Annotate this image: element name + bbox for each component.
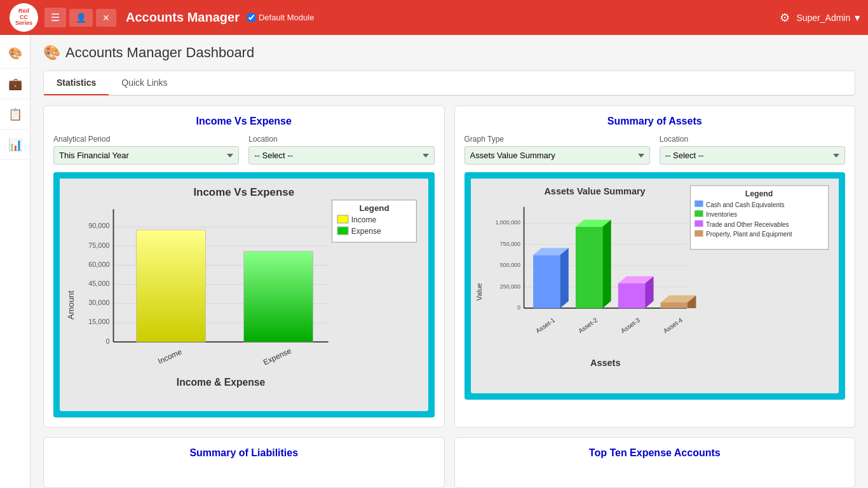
sidebar-item-forms[interactable]: 📋: [0, 99, 31, 130]
sidebar: 🎨 💼 📋 📊: [0, 35, 31, 488]
svg-text:0: 0: [105, 337, 109, 345]
sidebar-item-theme[interactable]: 🎨: [0, 38, 31, 69]
svg-text:30,000: 30,000: [88, 299, 109, 306]
sidebar-item-reports[interactable]: 📊: [0, 130, 31, 160]
svg-marker-57: [560, 248, 568, 308]
graph-type-control: Graph Type Assets Value Summary: [465, 135, 650, 165]
svg-text:Income & Expense: Income & Expense: [177, 377, 266, 388]
income-expense-svg: Income Vs Expense Legend Income Expense …: [60, 179, 428, 409]
svg-rect-61: [618, 283, 644, 308]
page-title-text: Accounts Manager Dashboard: [65, 44, 254, 61]
tab-statistics[interactable]: Statistics: [44, 71, 109, 95]
tabs-container: Statistics Quick Links: [43, 71, 855, 96]
default-module-checkbox[interactable]: [247, 13, 255, 22]
svg-text:Legend: Legend: [359, 203, 389, 213]
location-control-income: Location -- Select --: [248, 135, 434, 165]
svg-marker-60: [602, 220, 611, 308]
location-control-assets: Location -- Select --: [660, 135, 845, 165]
liabilities-title: Summary of Liabilities: [53, 447, 435, 459]
navbar-title: Accounts Manager: [126, 10, 240, 25]
hamburger-button[interactable]: ☰: [44, 8, 66, 27]
location-select-income[interactable]: -- Select --: [248, 146, 434, 165]
svg-text:Legend: Legend: [745, 189, 773, 198]
close-icon-button[interactable]: ✕: [96, 9, 116, 27]
navbar: RedCCSeries ☰ 👤 ✕ Accounts Manager Defau…: [0, 0, 868, 35]
gear-icon[interactable]: ⚙: [780, 11, 790, 25]
dropdown-icon: ▼: [853, 13, 862, 23]
svg-text:0: 0: [517, 304, 520, 311]
income-expense-title: Income Vs Expense: [53, 116, 435, 127]
user-menu[interactable]: Super_Admin ▼: [796, 13, 862, 23]
income-expense-controls: Analytical Period This Financial Year Lo…: [53, 135, 435, 165]
svg-text:750,000: 750,000: [499, 241, 520, 247]
location-label-assets: Location: [660, 135, 845, 144]
logo-text: RedCCSeries: [15, 8, 32, 27]
svg-text:250,000: 250,000: [499, 283, 520, 290]
svg-rect-26: [244, 252, 313, 342]
page-title: 🎨 Accounts Manager Dashboard: [43, 44, 855, 61]
analytical-period-control: Analytical Period This Financial Year: [53, 135, 239, 165]
svg-rect-25: [137, 230, 206, 342]
assets-chart-inner: Legend Cash and Cash Equivalents Invento…: [471, 179, 839, 393]
dashboard-grid: Income Vs Expense Analytical Period This…: [43, 105, 855, 488]
svg-text:Amount: Amount: [66, 290, 76, 320]
svg-rect-58: [575, 227, 602, 308]
graph-type-label: Graph Type: [465, 135, 650, 144]
logo-circle: RedCCSeries: [10, 3, 38, 32]
svg-text:Expense: Expense: [351, 227, 381, 236]
svg-rect-64: [660, 302, 687, 308]
svg-rect-37: [695, 220, 703, 227]
default-module-toggle: Default Module: [247, 13, 314, 22]
user-name: Super_Admin: [796, 13, 850, 23]
svg-text:Assets Value Summary: Assets Value Summary: [544, 186, 645, 196]
svg-rect-6: [337, 227, 348, 234]
assets-controls: Graph Type Assets Value Summary Location…: [465, 135, 846, 165]
tab-quick-links[interactable]: Quick Links: [109, 71, 180, 95]
top-expense-card: Top Ten Expense Accounts: [454, 437, 856, 488]
income-expense-chart-inner: Income Vs Expense Legend Income Expense …: [60, 179, 428, 411]
assets-chart-wrapper: Legend Cash and Cash Equivalents Invento…: [465, 172, 846, 400]
logo: RedCCSeries: [6, 0, 41, 35]
navbar-right: ⚙ Super_Admin ▼: [780, 11, 862, 25]
svg-text:Value: Value: [475, 283, 482, 301]
svg-text:Income: Income: [351, 215, 377, 224]
page-title-icon: 🎨: [43, 44, 60, 61]
income-expense-chart-wrapper: Income Vs Expense Legend Income Expense …: [53, 172, 435, 417]
svg-text:45,000: 45,000: [88, 280, 109, 287]
svg-rect-55: [533, 255, 560, 308]
income-expense-card: Income Vs Expense Analytical Period This…: [43, 105, 445, 428]
svg-text:15,000: 15,000: [88, 318, 109, 325]
svg-text:1,000,000: 1,000,000: [495, 219, 520, 226]
svg-rect-33: [695, 201, 703, 207]
svg-text:500,000: 500,000: [499, 262, 520, 268]
tabs-bar: Statistics Quick Links: [44, 71, 855, 95]
svg-text:75,000: 75,000: [88, 241, 109, 249]
svg-text:Inventories: Inventories: [705, 211, 736, 218]
svg-text:60,000: 60,000: [88, 261, 109, 268]
svg-text:Property, Plant and Equipment: Property, Plant and Equipment: [705, 231, 792, 238]
default-module-label: Default Module: [259, 13, 314, 22]
analytical-period-label: Analytical Period: [53, 135, 239, 144]
svg-rect-39: [695, 230, 703, 236]
svg-rect-4: [337, 215, 348, 223]
location-label-income: Location: [248, 135, 434, 144]
assets-card: Summary of Assets Graph Type Assets Valu…: [454, 105, 856, 428]
users-icon-button[interactable]: 👤: [69, 9, 93, 27]
main-wrapper: 🎨 💼 📋 📊 🎨 Accounts Manager Dashboard Sta…: [0, 35, 868, 488]
sidebar-item-jobs[interactable]: 💼: [0, 69, 31, 99]
svg-text:Assets: Assets: [590, 358, 620, 368]
top-expense-title: Top Ten Expense Accounts: [465, 447, 846, 459]
graph-type-select[interactable]: Assets Value Summary: [465, 146, 650, 165]
svg-text:Income Vs Expense: Income Vs Expense: [193, 186, 294, 198]
location-select-assets[interactable]: -- Select --: [660, 146, 845, 165]
page-content: 🎨 Accounts Manager Dashboard Statistics …: [31, 35, 868, 488]
svg-rect-35: [695, 210, 703, 217]
svg-text:Cash and Cash Equivalents: Cash and Cash Equivalents: [705, 201, 784, 208]
svg-text:90,000: 90,000: [88, 222, 109, 229]
assets-title: Summary of Assets: [465, 116, 846, 127]
svg-text:Trade and Other Receivables: Trade and Other Receivables: [705, 221, 788, 228]
analytical-period-select[interactable]: This Financial Year: [53, 146, 239, 165]
assets-svg: Legend Cash and Cash Equivalents Invento…: [471, 179, 839, 391]
liabilities-card: Summary of Liabilities: [43, 437, 445, 488]
